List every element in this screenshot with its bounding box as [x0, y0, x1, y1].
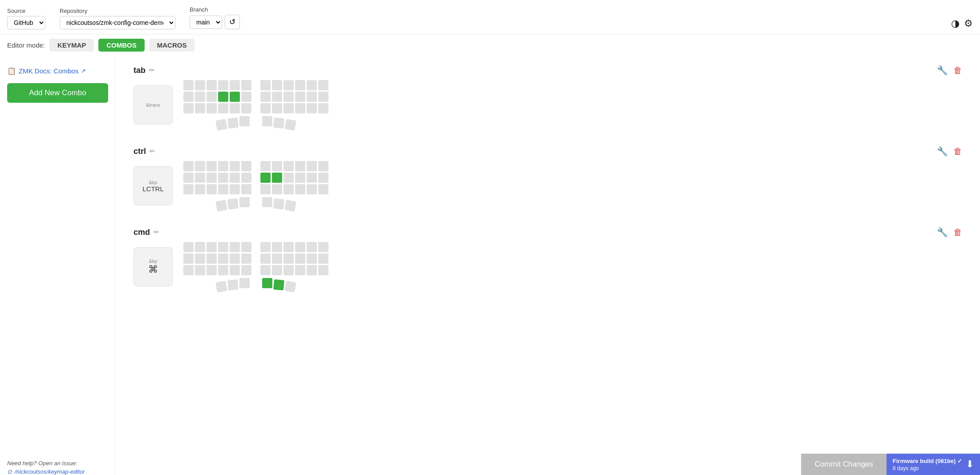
key-cell	[307, 103, 317, 113]
repository-label: Repository	[60, 8, 175, 14]
key-cell	[295, 173, 305, 183]
key-cell	[307, 254, 317, 264]
key-cell	[241, 173, 251, 183]
key-cell	[318, 184, 328, 194]
key-cell	[215, 119, 227, 131]
key-cell	[318, 254, 328, 264]
github-link[interactable]: ⊙ /nickcoutsos/keymap-editor	[7, 468, 108, 475]
key-cell	[262, 116, 272, 126]
key-cell	[260, 265, 271, 275]
key-cell	[283, 173, 294, 183]
key-cell-active	[273, 279, 284, 290]
github-icon: ⊙	[7, 468, 12, 475]
bottom-bar: Commit Changes Firmware build (081be) ✓ …	[801, 454, 980, 475]
combo-cmd-wrench-icon[interactable]: 🔧	[937, 227, 948, 238]
combo-tab-edit-icon[interactable]: ✏	[149, 66, 155, 74]
book-icon: 📋	[7, 67, 16, 75]
key-cell	[272, 254, 282, 264]
key-cell	[283, 80, 294, 90]
key-cell	[207, 173, 217, 183]
key-cell	[195, 173, 205, 183]
key-cell	[273, 198, 284, 209]
key-cell	[262, 197, 272, 207]
repository-group: Repository nickcoutsos/zmk-config-corne-…	[60, 8, 175, 29]
commit-changes-button[interactable]: Commit Changes	[801, 454, 886, 475]
combo-cmd-binding: &kp	[149, 258, 158, 264]
key-cell	[241, 254, 251, 264]
key-cell	[230, 184, 240, 194]
combo-ctrl-visual: &kp LCTRL	[134, 161, 962, 211]
key-cell	[218, 103, 228, 113]
key-cell	[207, 254, 217, 264]
download-icon[interactable]: ⬇	[966, 459, 974, 470]
docs-link[interactable]: 📋 ZMK Docs: Combos ↗	[7, 67, 108, 75]
key-cell	[195, 161, 205, 171]
key-cell-active	[230, 92, 240, 102]
key-cell	[295, 184, 305, 194]
key-cell	[260, 254, 271, 264]
key-cell	[218, 80, 228, 90]
key-cell	[318, 173, 328, 183]
branch-select[interactable]: main	[190, 16, 222, 29]
combo-ctrl-wrench-icon[interactable]: 🔧	[937, 146, 948, 157]
add-combo-button[interactable]: Add New Combo	[7, 83, 108, 103]
key-cell	[230, 80, 240, 90]
key-cell	[272, 103, 282, 113]
firmware-badge: Firmware build (081be) ✓ 8 days ago ⬇	[887, 454, 980, 475]
combo-cmd-actions: 🔧 🗑	[937, 227, 962, 238]
key-cell	[230, 161, 240, 171]
key-cell	[295, 92, 305, 102]
combo-tab: tab ✏ 🔧 🗑 &trans	[134, 65, 962, 130]
combo-cmd-symbol: ⌘	[148, 264, 158, 275]
key-cell	[230, 242, 240, 252]
combo-cmd-trash-icon[interactable]: 🗑	[953, 227, 962, 238]
combo-tab-wrench-icon[interactable]: 🔧	[937, 65, 948, 76]
combo-ctrl-trash-icon[interactable]: 🗑	[953, 146, 962, 157]
key-cell	[183, 92, 194, 102]
key-cell	[307, 161, 317, 171]
key-cell	[318, 80, 328, 90]
combo-tab-header: tab ✏ 🔧 🗑	[134, 65, 962, 76]
left-half-cmd	[183, 242, 251, 292]
key-cell	[239, 197, 250, 207]
thumb-row-left-ctrl	[183, 197, 251, 211]
combo-cmd-layout	[183, 242, 328, 292]
right-half-ctrl	[260, 161, 328, 211]
key-cell	[207, 103, 217, 113]
tab-combos[interactable]: COMBOS	[98, 39, 145, 52]
key-cell	[218, 242, 228, 252]
github-link-label: /nickcoutsos/keymap-editor	[15, 468, 85, 475]
gear-icon[interactable]: ⚙	[964, 18, 973, 29]
key-cell	[295, 265, 305, 275]
key-cell	[272, 80, 282, 90]
right-half-tab	[260, 80, 328, 130]
key-cell	[318, 242, 328, 252]
key-cell	[183, 242, 194, 252]
key-cell	[295, 161, 305, 171]
tab-macros[interactable]: MACROS	[149, 39, 195, 52]
combo-cmd-edit-icon[interactable]: ✏	[154, 228, 159, 236]
key-cell	[195, 80, 205, 90]
key-cell	[230, 265, 240, 275]
combo-tab-trash-icon[interactable]: 🗑	[953, 65, 962, 76]
key-cell	[307, 265, 317, 275]
key-cell	[273, 117, 284, 129]
left-half-tab	[183, 80, 251, 130]
key-cell	[239, 116, 250, 126]
combo-ctrl-edit-icon[interactable]: ✏	[150, 147, 155, 155]
key-cell	[241, 92, 251, 102]
key-cell	[295, 254, 305, 264]
key-cell	[183, 161, 194, 171]
refresh-button[interactable]: ↺	[225, 15, 240, 29]
key-cell	[260, 161, 271, 171]
key-cell	[307, 242, 317, 252]
key-cell	[195, 184, 205, 194]
tab-keymap[interactable]: KEYMAP	[49, 39, 94, 52]
key-cell	[183, 80, 194, 90]
key-cell	[218, 173, 228, 183]
source-select[interactable]: GitHub	[7, 16, 45, 29]
sidebar-footer: Need help? Open an issue: ⊙ /nickcoutsos…	[7, 447, 108, 475]
contrast-icon[interactable]: ◑	[951, 18, 960, 29]
repository-select[interactable]: nickcoutsos/zmk-config-corne-demo	[60, 16, 175, 29]
key-cell	[215, 200, 227, 212]
